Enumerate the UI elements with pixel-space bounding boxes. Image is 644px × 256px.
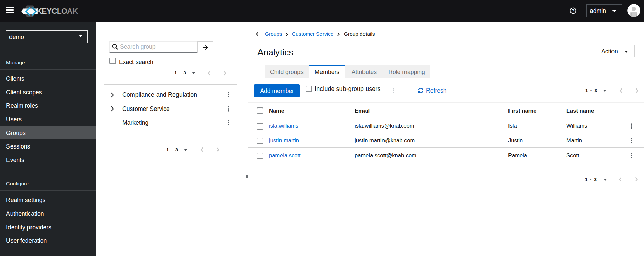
svg-text:?: ? <box>572 8 574 13</box>
svg-text:KEYCLOAK: KEYCLOAK <box>37 6 78 15</box>
